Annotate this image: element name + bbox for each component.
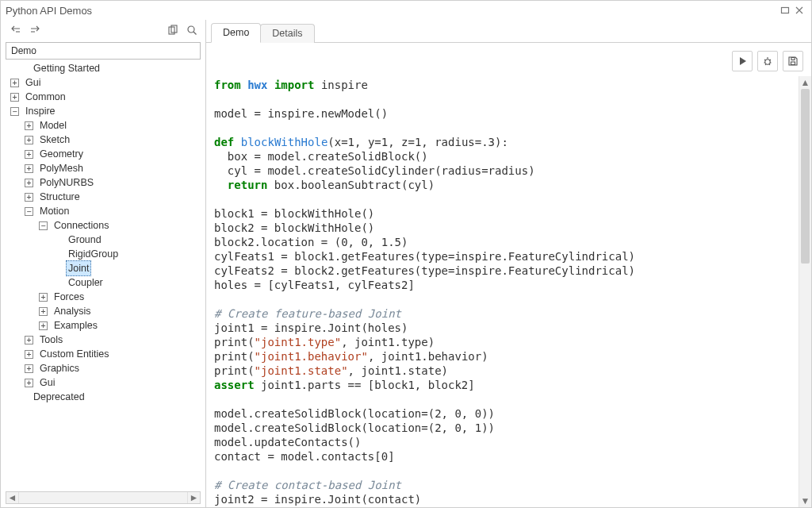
debug-button[interactable] [757, 51, 778, 71]
svg-rect-5 [791, 62, 795, 65]
window-title: Python API Demos [6, 5, 92, 17]
collapse-all-icon[interactable] [9, 23, 23, 37]
tree-item-analysis[interactable]: +Analysis [6, 304, 205, 318]
svg-point-3 [188, 26, 194, 33]
sidebar-h-scrollbar[interactable]: ◄ ► [6, 491, 201, 504]
close-icon[interactable] [792, 4, 806, 17]
tree-item-examples[interactable]: +Examples [6, 318, 205, 333]
tree-item-geometry[interactable]: +Geometry [6, 147, 205, 161]
tree-item-deprecated[interactable]: Deprecated [6, 390, 205, 404]
scroll-down-icon[interactable]: ▼ [799, 495, 811, 507]
titlebar: Python API Demos [1, 1, 811, 20]
tab-row: Demo Details [206, 20, 811, 43]
expander-icon[interactable]: + [10, 93, 19, 102]
main: Demo Details from hwx import inspire mod… [205, 20, 811, 507]
tree-item-getting-started[interactable]: Getting Started [6, 61, 205, 75]
expander-icon[interactable]: + [25, 164, 33, 173]
expander-icon[interactable]: + [10, 79, 19, 87]
expander-icon[interactable]: + [39, 307, 48, 316]
expander-icon[interactable]: − [25, 207, 33, 216]
tree: Getting Started +Gui +Common −Inspire +M… [6, 60, 205, 407]
tree-item-custom-entities[interactable]: +Custom Entities [6, 347, 205, 361]
tree-item-sketch[interactable]: +Sketch [6, 133, 205, 147]
tree-item-rigidgroup[interactable]: RigidGroup [6, 247, 205, 261]
tab-demo[interactable]: Demo [211, 23, 261, 43]
sidebar-toolbar [1, 20, 205, 40]
svg-point-4 [765, 60, 770, 64]
tree-item-polynurbs[interactable]: +PolyNURBS [6, 175, 205, 190]
expander-icon[interactable]: + [25, 179, 33, 187]
expander-icon[interactable]: + [25, 121, 33, 130]
expander-icon[interactable]: − [39, 221, 48, 230]
code-v-scrollbar[interactable]: ▲ ▼ [799, 76, 811, 507]
expander-icon[interactable]: + [39, 321, 48, 330]
tree-item-gui-2[interactable]: +Gui [6, 375, 205, 390]
tree-item-ground[interactable]: Ground [6, 233, 205, 247]
tree-item-model[interactable]: +Model [6, 118, 205, 133]
tree-item-structure[interactable]: +Structure [6, 190, 205, 204]
tree-header[interactable]: Demo [6, 42, 201, 60]
tree-item-coupler[interactable]: Coupler [6, 275, 205, 290]
expander-icon[interactable]: + [25, 379, 33, 387]
tree-item-polymesh[interactable]: +PolyMesh [6, 161, 205, 175]
tree-item-connections[interactable]: −Connections [6, 218, 205, 233]
tree-item-tools[interactable]: +Tools [6, 333, 205, 347]
tree-item-joint[interactable]: Joint [6, 261, 205, 275]
scrollbar-thumb[interactable] [801, 89, 810, 264]
search-icon[interactable] [185, 23, 199, 37]
copy-icon[interactable] [166, 23, 180, 37]
code-view[interactable]: from hwx import inspire model = inspire.… [206, 76, 799, 507]
tree-item-gui[interactable]: +Gui [6, 75, 205, 90]
action-toolbar [206, 43, 811, 76]
expander-icon[interactable]: + [25, 364, 33, 373]
scroll-up-icon[interactable]: ▲ [799, 76, 811, 89]
tree-item-common[interactable]: +Common [6, 90, 205, 104]
expander-icon[interactable]: + [25, 350, 33, 359]
expander-icon[interactable]: + [39, 293, 48, 302]
tab-details[interactable]: Details [260, 24, 314, 43]
expander-icon[interactable]: + [25, 193, 33, 202]
save-button[interactable] [783, 51, 803, 71]
tree-item-motion[interactable]: −Motion [6, 204, 205, 218]
scroll-right-icon[interactable]: ► [187, 492, 200, 503]
svg-rect-6 [791, 58, 795, 60]
tree-item-graphics[interactable]: +Graphics [6, 361, 205, 375]
maximize-icon[interactable] [778, 4, 792, 17]
expander-icon[interactable]: + [25, 336, 33, 344]
sidebar: Demo Getting Started +Gui +Common −Inspi… [1, 20, 205, 507]
run-button[interactable] [732, 51, 753, 71]
expander-icon[interactable]: + [25, 150, 33, 159]
expand-all-icon[interactable] [28, 23, 42, 37]
expander-icon[interactable]: + [25, 136, 33, 144]
expander-icon[interactable]: − [10, 107, 19, 116]
tree-item-forces[interactable]: +Forces [6, 290, 205, 304]
tree-item-inspire[interactable]: −Inspire [6, 104, 205, 118]
scroll-left-icon[interactable]: ◄ [6, 492, 19, 503]
svg-rect-0 [782, 8, 789, 13]
titlebar-drag-area[interactable] [98, 6, 772, 14]
